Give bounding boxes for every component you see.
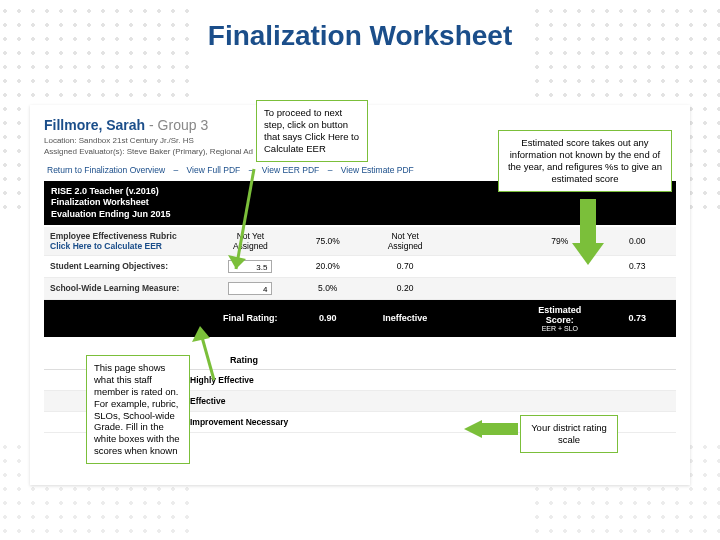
arrow-proceed [220, 165, 264, 285]
slo-weight: 20.0% [289, 255, 366, 277]
callout-proceed: To proceed to next step, click on button… [256, 100, 368, 162]
slo-pts: 0.70 [366, 255, 443, 277]
rating-header: Rating [230, 355, 340, 365]
location-value: Sandbox 21st Century Jr./Sr. HS [79, 136, 194, 145]
callout-estimated: Estimated score takes out any informatio… [498, 130, 672, 192]
arrow-page-shows [186, 320, 234, 390]
svg-marker-0 [228, 255, 246, 269]
slo-pts2: 0.73 [599, 255, 676, 277]
slo-label: Student Learning Objectives: [44, 255, 212, 277]
eer-pts: 0.00 [599, 227, 676, 256]
eer-status2: Not Yet [372, 231, 437, 241]
slide-title: Finalization Worksheet [0, 20, 720, 52]
staff-first: Sarah [106, 117, 145, 133]
row-swl: School-Wide Learning Measure: 4 5.0% 0.2… [44, 277, 676, 299]
swl-pts: 0.20 [366, 277, 443, 299]
svg-marker-3 [464, 420, 482, 438]
est-label: Estimated Score: [527, 305, 592, 325]
link-eer-pdf[interactable]: View EER PDF [259, 165, 322, 175]
est-value: 0.73 [599, 299, 676, 337]
evaluator-label: Assigned Evaluator(s): [44, 147, 124, 156]
callout-page-shows: This page shows what this staff member i… [86, 355, 190, 464]
eer-weight: 75.0% [289, 227, 366, 256]
staff-group: - Group 3 [149, 117, 208, 133]
final-rating-word: Ineffective [366, 299, 443, 337]
link-dash: – [170, 165, 181, 175]
rating-1: Effective [184, 390, 364, 411]
location-label: Location: [44, 136, 76, 145]
svg-marker-2 [192, 326, 210, 342]
eer-status2b: Assigned [372, 241, 437, 251]
est-sub: EER + SLO [527, 325, 592, 332]
evaluator-value: Steve Baker (Primary), Regional Ad [127, 147, 253, 156]
row-final: Final Rating: 0.90 Ineffective Estimated… [44, 299, 676, 337]
arrow-estimated [566, 195, 610, 275]
calculate-eer-link[interactable]: Click Here to Calculate EER [50, 241, 206, 251]
link-est-pdf[interactable]: View Estimate PDF [338, 165, 417, 175]
final-rating-value: 0.90 [289, 299, 366, 337]
link-return[interactable]: Return to Finalization Overview [44, 165, 168, 175]
eer-label: Employee Effectiveness Rubric [50, 231, 206, 241]
callout-district-scale: Your district rating scale [520, 415, 618, 453]
swl-label: School-Wide Learning Measure: [44, 277, 212, 299]
swl-weight: 5.0% [289, 277, 366, 299]
link-dash: – [325, 165, 336, 175]
staff-last: Fillmore, [44, 117, 102, 133]
rating-2: Improvement Necessary [184, 411, 364, 432]
arrow-district-scale [460, 418, 522, 440]
svg-marker-1 [572, 243, 604, 265]
